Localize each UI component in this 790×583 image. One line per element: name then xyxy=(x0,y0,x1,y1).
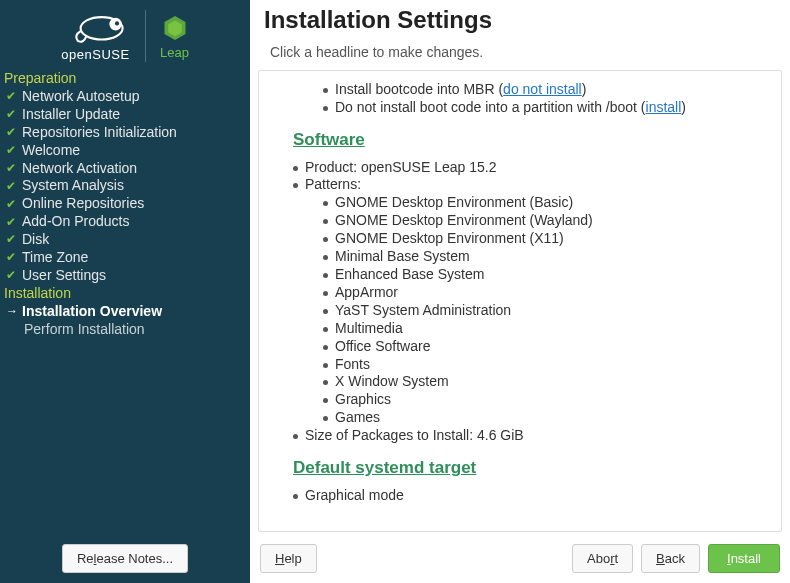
nav-time-zone[interactable]: ✔Time Zone xyxy=(2,249,248,267)
content-frame: Install bootcode into MBR (do not instal… xyxy=(258,70,782,532)
text: Do not install boot code into a partitio… xyxy=(335,99,646,115)
check-icon: ✔ xyxy=(6,215,18,230)
systemd-heading-link[interactable]: Default systemd target xyxy=(293,457,476,479)
nav-label: Time Zone xyxy=(22,249,88,267)
do-not-install-link[interactable]: do not install xyxy=(503,81,582,97)
arrow-right-icon: → xyxy=(6,304,18,319)
nav-addon-products[interactable]: ✔Add-On Products xyxy=(2,213,248,231)
patterns-list: GNOME Desktop Environment (Basic) GNOME … xyxy=(323,194,765,427)
pattern-item: Office Software xyxy=(323,338,765,356)
nav-welcome[interactable]: ✔Welcome xyxy=(2,142,248,160)
nav-installation-overview[interactable]: →Installation Overview xyxy=(2,303,248,321)
check-icon: ✔ xyxy=(6,197,18,212)
sidebar: openSUSE Leap Preparation ✔Network Autos… xyxy=(0,0,250,583)
nav-label: Installer Update xyxy=(22,106,120,124)
check-icon: ✔ xyxy=(6,125,18,140)
opensuse-logo: openSUSE xyxy=(61,11,131,62)
nav-label: Installation Overview xyxy=(22,303,162,321)
boot-partition-line: Do not install boot code into a partitio… xyxy=(323,99,765,117)
footer-bar: Help Abort Back Install xyxy=(250,538,790,583)
pattern-item: Enhanced Base System xyxy=(323,266,765,284)
nav-label: Network Autosetup xyxy=(22,88,140,106)
back-button[interactable]: Back xyxy=(641,544,700,573)
pattern-item: Multimedia xyxy=(323,320,765,338)
nav-repositories-initialization[interactable]: ✔Repositories Initialization xyxy=(2,124,248,142)
nav-label: User Settings xyxy=(22,267,106,285)
size-line: Size of Packages to Install: 4.6 GiB xyxy=(293,427,765,445)
logo-area: openSUSE Leap xyxy=(0,0,250,70)
software-heading-link[interactable]: Software xyxy=(293,129,365,151)
text: ) xyxy=(681,99,686,115)
check-icon: ✔ xyxy=(6,250,18,265)
release-notes-button[interactable]: Release Notes... xyxy=(62,544,188,573)
pattern-item: GNOME Desktop Environment (Wayland) xyxy=(323,212,765,230)
pattern-item: Fonts xyxy=(323,356,765,374)
main-header: Installation Settings Click a headline t… xyxy=(250,0,790,70)
check-icon: ✔ xyxy=(6,89,18,104)
check-icon: ✔ xyxy=(6,268,18,283)
leap-label: Leap xyxy=(160,45,189,60)
nav-label: Welcome xyxy=(22,142,80,160)
pattern-item: Games xyxy=(323,409,765,427)
section-installation: Installation xyxy=(2,285,248,303)
check-icon: ✔ xyxy=(6,161,18,176)
nav-label: System Analysis xyxy=(22,177,124,195)
patterns-line: Patterns: xyxy=(293,176,765,194)
main-panel: Installation Settings Click a headline t… xyxy=(250,0,790,583)
logo-divider xyxy=(145,10,146,62)
pattern-item: YaST System Administration xyxy=(323,302,765,320)
pattern-item: AppArmor xyxy=(323,284,765,302)
section-preparation: Preparation xyxy=(2,70,248,88)
nav-list: Preparation ✔Network Autosetup ✔Installe… xyxy=(0,70,250,534)
check-icon: ✔ xyxy=(6,143,18,158)
page-title: Installation Settings xyxy=(264,6,776,34)
check-icon: ✔ xyxy=(6,179,18,194)
nav-label: Disk xyxy=(22,231,49,249)
install-button[interactable]: Install xyxy=(708,544,780,573)
svg-point-2 xyxy=(114,21,118,25)
leap-logo: Leap xyxy=(160,13,190,60)
opensuse-label: openSUSE xyxy=(61,47,129,62)
systemd-mode-line: Graphical mode xyxy=(293,487,765,505)
nav-perform-installation[interactable]: Perform Installation xyxy=(2,321,248,339)
install-link[interactable]: install xyxy=(646,99,682,115)
sidebar-footer: Release Notes... xyxy=(0,534,250,583)
text: Install bootcode into MBR ( xyxy=(335,81,503,97)
pattern-item: GNOME Desktop Environment (X11) xyxy=(323,230,765,248)
nav-system-analysis[interactable]: ✔System Analysis xyxy=(2,177,248,195)
abort-button[interactable]: Abort xyxy=(572,544,633,573)
text: ) xyxy=(582,81,587,97)
nav-user-settings[interactable]: ✔User Settings xyxy=(2,267,248,285)
nav-label: Network Activation xyxy=(22,160,137,178)
pattern-item: Graphics xyxy=(323,391,765,409)
nav-network-autosetup[interactable]: ✔Network Autosetup xyxy=(2,88,248,106)
nav-disk[interactable]: ✔Disk xyxy=(2,231,248,249)
check-icon: ✔ xyxy=(6,107,18,122)
help-button[interactable]: Help xyxy=(260,544,317,573)
product-line: Product: openSUSE Leap 15.2 xyxy=(293,159,765,177)
check-icon: ✔ xyxy=(6,232,18,247)
nav-label: Perform Installation xyxy=(24,321,145,339)
nav-label: Online Repositories xyxy=(22,195,144,213)
boot-mbr-line: Install bootcode into MBR (do not instal… xyxy=(323,81,765,99)
nav-label: Add-On Products xyxy=(22,213,129,231)
leap-icon xyxy=(160,13,190,43)
pattern-item: X Window System xyxy=(323,373,765,391)
nav-installer-update[interactable]: ✔Installer Update xyxy=(2,106,248,124)
nav-label: Repositories Initialization xyxy=(22,124,177,142)
page-subtitle: Click a headline to make changes. xyxy=(264,34,776,68)
nav-online-repositories[interactable]: ✔Online Repositories xyxy=(2,195,248,213)
nav-network-activation[interactable]: ✔Network Activation xyxy=(2,160,248,178)
content-scroll[interactable]: Install bootcode into MBR (do not instal… xyxy=(259,71,781,531)
pattern-item: Minimal Base System xyxy=(323,248,765,266)
chameleon-icon xyxy=(61,11,131,47)
pattern-item: GNOME Desktop Environment (Basic) xyxy=(323,194,765,212)
